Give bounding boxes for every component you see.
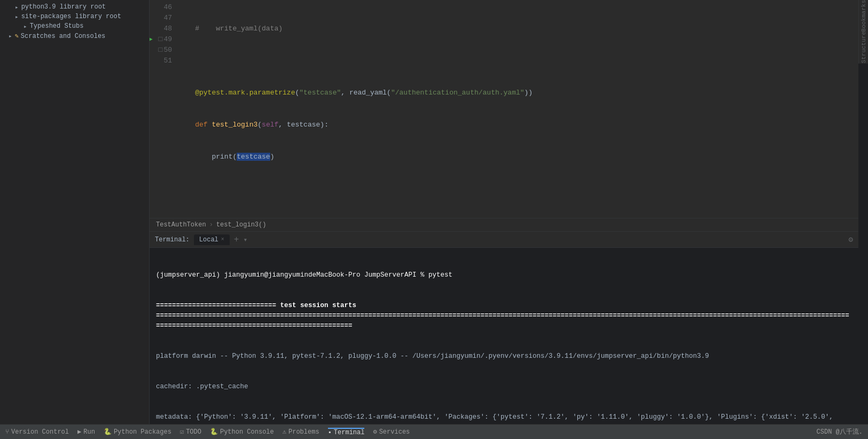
- bottom-status-bar: ⑂ Version Control ▶ Run 🐍 Python Package…: [0, 424, 868, 439]
- problems-button[interactable]: ⚠ Problems: [283, 428, 319, 436]
- run-icon: ▶: [77, 428, 81, 436]
- breadcrumb-part-2: test_login3(): [216, 221, 267, 229]
- sidebar-item-python[interactable]: ▸ python3.9 library root: [0, 2, 149, 12]
- services-label: Services: [379, 428, 410, 436]
- line-number-48: 48: [150, 23, 172, 34]
- add-tab-button[interactable]: +: [234, 235, 239, 245]
- terminal-controls: ⚙: [849, 235, 853, 244]
- todo-icon: ☑: [180, 428, 184, 436]
- run-icon: ▶: [150, 34, 153, 45]
- terminal-line-4: cachedir: .pytest_cache: [156, 382, 852, 392]
- python-packages-button[interactable]: 🐍 Python Packages: [104, 428, 171, 436]
- line-num: 46: [163, 2, 172, 13]
- terminal-tab-local[interactable]: Local ×: [194, 234, 230, 245]
- run-label: Run: [83, 428, 95, 436]
- right-panels: Bookmarks Structure: [858, 0, 868, 424]
- terminal-line-3: platform darwin -- Python 3.9.11, pytest…: [156, 351, 852, 362]
- terminal-panel: Terminal: Local × + ▾ ⚙ (jumpserver_api)…: [150, 232, 858, 424]
- terminal-label: Terminal:: [155, 236, 190, 244]
- line-num: 49: [163, 34, 172, 45]
- fold-icon: □: [159, 34, 163, 45]
- sidebar-item-label: Typeshed Stubs: [30, 22, 84, 30]
- todo-button[interactable]: ☑ TODO: [180, 428, 201, 436]
- structure-panel[interactable]: Structure: [858, 32, 868, 63]
- bookmarks-panel[interactable]: Bookmarks: [858, 0, 868, 32]
- sidebar-item-label: Scratches and Consoles: [21, 33, 105, 40]
- fold-icon: □: [159, 45, 163, 56]
- sidebar-item-label: python3.9 library root: [21, 3, 106, 11]
- terminal-tab-name: Local: [199, 236, 218, 244]
- chevron-right-icon: ▸: [24, 23, 27, 30]
- line-num: 48: [163, 23, 172, 34]
- terminal-line-5: metadata: {'Python': '3.9.11', 'Platform…: [156, 412, 852, 424]
- sidebar-item-label: site-packages library root: [21, 13, 121, 20]
- chevron-right-icon: ▸: [15, 4, 19, 11]
- chevron-right-icon: ▸: [9, 33, 12, 40]
- watermark: CSDN @八千流.: [817, 427, 863, 436]
- line-num: 50: [163, 45, 172, 56]
- terminal-label: Terminal: [334, 429, 365, 436]
- breadcrumb-part-1: TestAuthToken: [156, 221, 206, 229]
- line-number-49: ▶ □ 49: [150, 34, 172, 45]
- line-number-47: 47: [150, 13, 172, 23]
- file-tree: ▸ python3.9 library root ▸ site-packages…: [0, 0, 150, 424]
- terminal-dropdown-icon[interactable]: ▾: [243, 236, 247, 244]
- breadcrumb-separator: ›: [209, 221, 213, 229]
- python-console-icon: 🐍: [210, 428, 218, 436]
- terminal-header: Terminal: Local × + ▾ ⚙: [150, 232, 858, 248]
- center-panel: 46 47 48 ▶ □ 49 □ 50 51: [150, 0, 858, 424]
- code-content[interactable]: # write_yaml(data) @pytest.mark.parametr…: [176, 0, 858, 218]
- terminal-output[interactable]: (jumpserver_api) jiangyumin@jiangyuminde…: [150, 248, 858, 424]
- code-line-47: [178, 56, 852, 66]
- todo-label: TODO: [186, 428, 201, 436]
- python-packages-icon: 🐍: [104, 428, 112, 436]
- line-num: 47: [163, 13, 172, 23]
- sidebar-item-site-packages[interactable]: ▸ site-packages library root: [0, 12, 149, 21]
- bookmarks-label: Bookmarks: [861, 0, 867, 32]
- code-line-51: [178, 184, 852, 194]
- line-number-51: 51: [150, 56, 172, 66]
- close-tab-icon[interactable]: ×: [221, 237, 224, 242]
- code-line-50: print(testcase): [178, 152, 852, 162]
- terminal-line-2: ============================== test sess…: [156, 301, 852, 331]
- line-number-50: □ 50: [150, 45, 172, 56]
- terminal-button[interactable]: ▪ Terminal: [328, 428, 365, 436]
- version-control-label: Version Control: [11, 428, 69, 436]
- python-console-label: Python Console: [220, 428, 274, 436]
- structure-label: Structure: [861, 32, 867, 63]
- services-button[interactable]: ⚙ Services: [373, 428, 410, 436]
- editor-content: 46 47 48 ▶ □ 49 □ 50 51: [150, 0, 858, 218]
- scratches-icon: ✎: [15, 32, 19, 40]
- terminal-line-1: (jumpserver_api) jiangyumin@jiangyuminde…: [156, 270, 852, 280]
- version-control-icon: ⑂: [5, 428, 9, 436]
- terminal-icon: ▪: [328, 429, 332, 436]
- python-packages-label: Python Packages: [114, 428, 171, 436]
- sidebar-item-scratches[interactable]: ▸ ✎ Scratches and Consoles: [0, 31, 149, 41]
- code-line-48: @pytest.mark.parametrize("testcase", rea…: [178, 88, 852, 98]
- problems-icon: ⚠: [283, 428, 286, 436]
- python-console-button[interactable]: 🐍 Python Console: [210, 428, 274, 436]
- settings-icon[interactable]: ⚙: [849, 235, 853, 244]
- sidebar-item-typeshed[interactable]: ▸ Typeshed Stubs: [0, 21, 149, 31]
- version-control-button[interactable]: ⑂ Version Control: [5, 428, 69, 436]
- line-number-gutter: 46 47 48 ▶ □ 49 □ 50 51: [150, 0, 176, 218]
- code-editor: 46 47 48 ▶ □ 49 □ 50 51: [150, 0, 858, 231]
- code-line-49: def test_login3(self, testcase):: [178, 120, 852, 130]
- problems-label: Problems: [288, 428, 319, 436]
- editor-panel: 46 47 48 ▶ □ 49 □ 50 51: [150, 0, 858, 232]
- breadcrumb: TestAuthToken › test_login3(): [150, 218, 858, 231]
- line-number-46: 46: [150, 2, 172, 13]
- code-line-46: # write_yaml(data): [178, 23, 852, 34]
- line-num: 51: [163, 56, 172, 66]
- run-button[interactable]: ▶ Run: [77, 428, 95, 436]
- chevron-right-icon: ▸: [15, 13, 19, 20]
- services-icon: ⚙: [373, 428, 377, 436]
